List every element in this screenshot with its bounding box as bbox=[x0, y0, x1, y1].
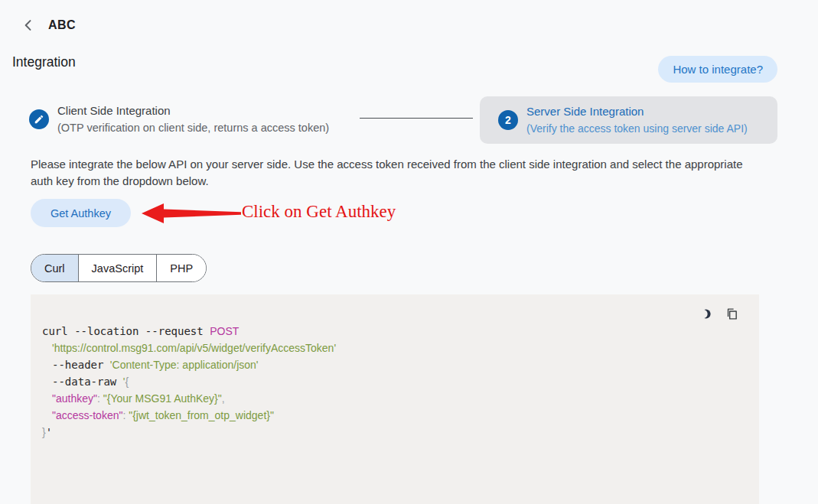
code-line: curl --location --request POST bbox=[42, 323, 750, 340]
code-line: 'https://control.msg91.com/api/v5/widget… bbox=[42, 340, 750, 356]
code-token: : bbox=[97, 392, 103, 405]
app-title: ABC bbox=[48, 18, 76, 32]
get-authkey-button[interactable]: Get Authkey bbox=[31, 199, 131, 227]
pencil-icon bbox=[29, 109, 49, 129]
code-token: --header bbox=[52, 359, 110, 371]
step-2-number: 2 bbox=[505, 114, 511, 126]
code-token: "{Your MSG91 AuthKey}" bbox=[103, 392, 222, 405]
page-title: Integration bbox=[12, 54, 76, 70]
red-arrow-icon bbox=[141, 200, 242, 226]
code-line: --header 'Content-Type: application/json… bbox=[42, 356, 750, 373]
tab-curl[interactable]: Curl bbox=[31, 255, 79, 281]
code-line: }' bbox=[42, 424, 750, 441]
copy-icon[interactable] bbox=[724, 306, 739, 321]
dark-mode-moon-icon[interactable] bbox=[697, 306, 712, 321]
tab-php[interactable]: PHP bbox=[157, 255, 206, 281]
code-line: "access-token": "{jwt_token_from_otp_wid… bbox=[42, 407, 750, 424]
client-step-title: Client Side Integration bbox=[57, 102, 329, 119]
code-token: ' bbox=[46, 426, 52, 438]
code-token: POST bbox=[210, 325, 239, 337]
instructions-text: Please integrate the below API on your s… bbox=[31, 156, 750, 190]
annotation-text: Click on Get Authkey bbox=[242, 202, 396, 222]
server-step-subtitle: (Verify the access token using server si… bbox=[526, 120, 748, 137]
step-connector-line bbox=[360, 118, 473, 119]
code-content: curl --location --request POST'https://c… bbox=[42, 323, 750, 441]
code-token: , bbox=[222, 392, 225, 405]
code-token: 'https://control.msg91.com/api/v5/widget… bbox=[52, 342, 336, 354]
code-token: "access-token" bbox=[52, 409, 122, 421]
step-2-badge: 2 bbox=[498, 110, 518, 130]
how-to-integrate-button[interactable]: How to integrate? bbox=[658, 56, 777, 83]
code-line: --data-raw '{ bbox=[42, 373, 750, 390]
client-step-text: Client Side Integration (OTP verificatio… bbox=[57, 102, 329, 136]
code-token: 'Content-Type: application/json' bbox=[110, 359, 259, 371]
code-token: "{jwt_token_from_otp_widget}" bbox=[129, 409, 274, 421]
code-token: curl --location --request bbox=[42, 325, 210, 337]
language-tabs: Curl JavaScript PHP bbox=[31, 254, 207, 282]
back-chevron-icon[interactable] bbox=[20, 17, 37, 34]
code-toolbar bbox=[697, 306, 739, 321]
server-step-text: Server Side Integration (Verify the acce… bbox=[526, 103, 748, 137]
server-step-title: Server Side Integration bbox=[526, 103, 748, 120]
code-token: --data-raw bbox=[52, 376, 123, 388]
client-step-subtitle: (OTP verification on client side, return… bbox=[57, 119, 329, 136]
client-side-step: Client Side Integration (OTP verificatio… bbox=[29, 102, 329, 136]
tab-javascript[interactable]: JavaScript bbox=[79, 255, 158, 281]
code-line: "authkey": "{Your MSG91 AuthKey}", bbox=[42, 390, 750, 407]
code-token: "authkey" bbox=[52, 392, 97, 405]
server-side-step[interactable]: 2 Server Side Integration (Verify the ac… bbox=[480, 96, 777, 144]
code-token: { bbox=[125, 376, 129, 388]
header-bar: ABC bbox=[20, 17, 76, 34]
code-block: curl --location --request POST'https://c… bbox=[31, 294, 759, 504]
